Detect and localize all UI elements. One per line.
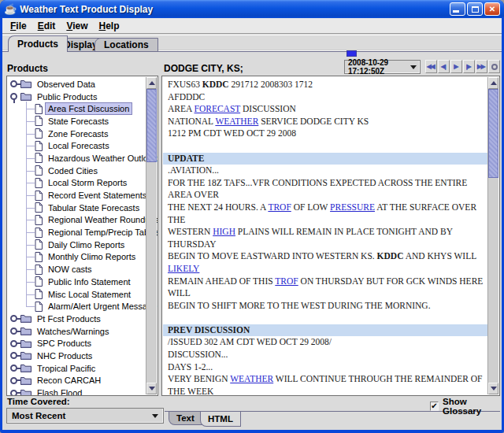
tree-item-nhc-products[interactable]: NHC Products (7, 350, 146, 362)
glossary-link[interactable]: WEATHER (215, 117, 258, 126)
expand-handle-icon[interactable] (10, 390, 17, 396)
step-forward-button[interactable]: |▶ (463, 60, 475, 73)
tree-item-spc-products[interactable]: SPC Products (7, 337, 146, 350)
expand-handle-icon[interactable] (10, 365, 17, 372)
text-segment: THE (168, 215, 185, 224)
text-segment: AND KHYS WILL (403, 251, 476, 261)
menu-view[interactable]: View (61, 19, 93, 33)
tree-item-pt-fcst-products[interactable]: Pt Fcst Products (7, 313, 146, 325)
tree-item-public-info-statement[interactable]: Public Info Statement (7, 276, 146, 288)
expand-handle-icon[interactable] (10, 340, 17, 347)
scroll-down-button[interactable] (488, 383, 498, 394)
document-icon (35, 289, 43, 299)
tab-products[interactable]: Products (8, 35, 68, 52)
expand-handle-icon[interactable] (10, 328, 17, 335)
glossary-link[interactable]: TROF (275, 276, 298, 286)
skip-forward-icon: ▶▶ (477, 64, 484, 70)
document-line: WESTERN HIGH PLAINS WILL REMAIN IN PLACE… (168, 226, 487, 239)
tree-item-zone-forecasts[interactable]: Zone Forecasts (7, 128, 146, 140)
document-line: 1212 PM CDT WED OCT 29 2008 (168, 128, 487, 140)
text-segment: AT THE SURFACE OVER (375, 202, 476, 212)
tree-item-local-forecasts[interactable]: Local Forecasts (7, 139, 146, 152)
skip-to-last-button[interactable]: ▶▶ (476, 60, 487, 73)
tree-item-alarm-alert-urgent-message[interactable]: Alarm/Alert Urgent Message (7, 300, 146, 313)
combo-arrow-icon (410, 65, 417, 69)
folder-icon (20, 314, 32, 323)
glossary-link[interactable]: PRESSURE (330, 202, 375, 212)
scroll-down-button[interactable] (146, 383, 157, 394)
glossary-link[interactable]: HIGH (213, 227, 235, 236)
tree-item-tabular-state-forecasts[interactable]: Tabular State Forecasts (7, 202, 146, 214)
station-label: DODGE CITY, KS; (164, 63, 243, 74)
scrollbar-thumb[interactable] (488, 89, 498, 178)
document-icon (35, 302, 43, 312)
menu-help[interactable]: Help (94, 19, 125, 33)
menu-file[interactable]: File (5, 19, 32, 33)
glossary-link[interactable]: WEATHER (230, 374, 273, 383)
document-icon (35, 265, 43, 275)
scroll-up-button[interactable] (488, 77, 498, 89)
step-back-button[interactable]: ◀| (438, 60, 450, 73)
tree-item-label: Tropical Pacific (34, 362, 98, 375)
tree-item-recon-carcah[interactable]: Recon CARCAH (7, 375, 146, 387)
tree-item-label: Alarm/Alert Urgent Message (45, 300, 158, 313)
expand-handle-icon[interactable] (10, 80, 17, 87)
app-window: ☕ Weather Text Product Display ✕ FileEdi… (0, 0, 504, 433)
glossary-link[interactable]: LIKELY (168, 264, 199, 273)
text-segment: THE NEXT 24 HOURS. A (168, 202, 268, 212)
expand-handle-icon[interactable] (10, 377, 17, 384)
document-icon (35, 252, 43, 262)
window-body: FileEditViewHelp ProductsDisplayLocation… (2, 18, 502, 430)
close-button[interactable]: ✕ (484, 2, 500, 16)
latest-time-button[interactable] (488, 60, 500, 73)
tree-item-flash-flood[interactable]: Flash Flood (7, 387, 146, 396)
tree-item-state-forecasts[interactable]: State Forecasts (7, 115, 146, 128)
show-glossary-checkbox[interactable]: ✔ (430, 402, 439, 411)
maximize-button[interactable] (467, 2, 483, 16)
view-tab-text[interactable]: Text (169, 412, 202, 425)
tab-locations[interactable]: Locations (94, 38, 158, 52)
minimize-button[interactable] (450, 2, 465, 16)
text-segment: AREA OVER (168, 190, 219, 199)
time-select-combo[interactable]: 2008-10-29 17:12:50Z (344, 60, 421, 74)
tree-item-observed-data[interactable]: Observed Data (7, 78, 146, 91)
tree-item-regional-temp-precip-tables[interactable]: Regional Temp/Precip Tables (7, 226, 146, 239)
tree-item-public-products[interactable]: Public Products (7, 91, 146, 103)
tree-item-area-fcst-discussion[interactable]: Area Fcst Discussion (7, 102, 146, 115)
tree-item-watches-warnings[interactable]: Watches/Warnings (7, 325, 146, 338)
scrollbar-thumb[interactable] (146, 89, 157, 162)
tree-item-record-event-statements[interactable]: Record Event Statements (7, 189, 146, 202)
time-covered-combo[interactable]: Most Recent (6, 408, 164, 424)
tree-item-daily-climo-reports[interactable]: Daily Climo Reports (7, 239, 146, 251)
tree-scrollbar[interactable] (146, 77, 157, 394)
tree-item-hazardous-weather-outlook[interactable]: Hazardous Weather Outlook (7, 152, 146, 165)
text-segment: WESTERN (168, 227, 213, 236)
skip-to-first-button[interactable]: ◀◀ (425, 60, 437, 73)
title-bar[interactable]: ☕ Weather Text Product Display ✕ (0, 0, 504, 18)
tree-item-tropical-pacific[interactable]: Tropical Pacific (7, 362, 146, 375)
tree-item-now-casts[interactable]: NOW casts (7, 263, 146, 276)
tree-item-coded-cities[interactable]: Coded Cities (7, 165, 146, 177)
play-button[interactable]: ▶ (450, 60, 462, 73)
glossary-link[interactable]: FORECAST (195, 104, 241, 113)
view-tab-html[interactable]: HTML (200, 412, 241, 427)
scroll-up-button[interactable] (146, 77, 157, 89)
tree-item-local-storm-reports[interactable]: Local Storm Reports (7, 177, 146, 190)
text-segment: NATIONAL (168, 117, 215, 126)
document-icon (35, 104, 43, 114)
tree-item-monthly-climo-reports[interactable]: Monthly Climo Reports (7, 251, 146, 264)
glossary-link[interactable]: TROF (268, 202, 291, 212)
tree-item-regional-weather-roundups[interactable]: Regional Weather Roundups (7, 214, 146, 227)
menu-edit[interactable]: Edit (32, 19, 61, 33)
expand-handle-icon[interactable] (10, 352, 17, 359)
tree-item-label: Monthly Climo Reports (45, 250, 139, 263)
document-icon (35, 215, 43, 225)
collapse-handle-icon[interactable] (10, 93, 17, 100)
tree-item-misc-local-statement[interactable]: Misc Local Statement (7, 288, 146, 301)
folder-icon (20, 92, 32, 101)
tree-item-label: State Forecasts (45, 115, 112, 128)
document-line: DAYS 1-2... (168, 361, 487, 374)
text-scrollbar[interactable] (487, 77, 498, 394)
expand-handle-icon[interactable] (10, 315, 17, 322)
tree-item-label: Pt Fcst Products (34, 313, 104, 325)
